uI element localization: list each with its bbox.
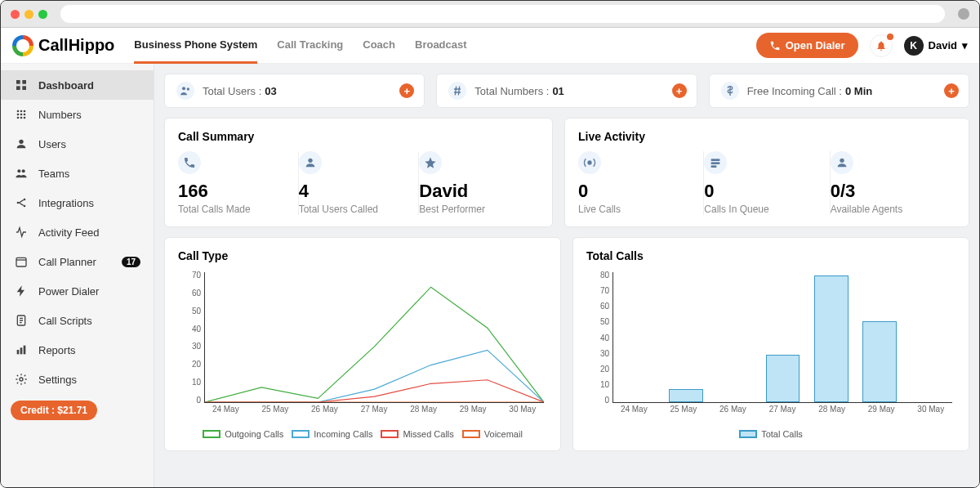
svg-rect-3 — [22, 86, 26, 90]
svg-rect-23 — [24, 346, 26, 355]
sidebar-item-label: Teams — [38, 168, 69, 180]
svg-point-25 — [182, 87, 185, 90]
legend-label: Missed Calls — [403, 429, 453, 439]
sidebar-item-numbers[interactable]: Numbers — [1, 100, 154, 129]
stat-card: Free Incoming Call :0 Min+ — [709, 74, 969, 108]
activity-icon — [14, 225, 29, 240]
hash-icon — [448, 82, 466, 100]
summary-col: DavidBest Performer — [419, 151, 539, 215]
sidebar-item-teams[interactable]: Teams — [1, 159, 154, 188]
legend-item[interactable]: Voicemail — [462, 429, 523, 439]
notifications-button[interactable] — [870, 34, 893, 57]
user-icon — [14, 137, 29, 151]
legend-item[interactable]: Total Calls — [739, 429, 803, 439]
stat-label: Total Users : — [203, 85, 261, 97]
summary-col: 0/3Available Agents — [831, 151, 956, 215]
sidebar-item-label: Numbers — [38, 109, 82, 121]
legend-item[interactable]: Outgoing Calls — [203, 429, 283, 439]
panel-title: Call Type — [178, 249, 547, 262]
svg-point-15 — [22, 169, 25, 172]
summary-value: 0/3 — [831, 181, 947, 202]
legend-item[interactable]: Missed Calls — [381, 429, 453, 439]
summary-col: 166Total Calls Made — [178, 151, 299, 215]
chevron-down-icon: ▾ — [962, 39, 968, 51]
stat-value: 0 Min — [845, 85, 872, 97]
bar[interactable] — [669, 389, 702, 402]
svg-point-17 — [24, 199, 26, 201]
bar[interactable] — [862, 321, 896, 402]
nav-right: Open Dialer K David ▾ — [756, 33, 968, 58]
bar[interactable] — [814, 275, 848, 402]
svg-point-27 — [308, 159, 312, 163]
bar-slot — [759, 272, 807, 402]
tab-call-tracking[interactable]: Call Tracking — [277, 28, 343, 64]
integrations-icon — [14, 195, 29, 210]
open-dialer-label: Open Dialer — [786, 39, 845, 51]
agent-icon — [831, 151, 853, 174]
brand-icon — [12, 35, 33, 56]
sidebar-item-call-planner[interactable]: Call Planner17 — [1, 247, 154, 276]
gear-icon — [14, 372, 29, 387]
svg-rect-31 — [711, 165, 717, 168]
sidebar-badge: 17 — [122, 257, 140, 267]
sidebar-item-label: Reports — [38, 344, 76, 356]
dollar-icon — [721, 82, 739, 100]
sidebar-item-call-scripts[interactable]: Call Scripts — [1, 306, 154, 335]
tab-broadcast[interactable]: Broadcast — [415, 28, 467, 64]
main-content: Total Users :03+Total Numbers :01+Free I… — [154, 64, 979, 488]
sidebar-item-settings[interactable]: Settings — [1, 365, 154, 394]
open-dialer-button[interactable]: Open Dialer — [756, 33, 858, 58]
sidebar-item-label: Activity Feed — [38, 226, 99, 239]
svg-point-8 — [20, 114, 23, 116]
bar-slot — [662, 272, 710, 402]
bar-slot — [613, 272, 662, 402]
add-button[interactable]: + — [944, 83, 959, 98]
legend-item[interactable]: Incoming Calls — [292, 429, 372, 439]
summary-col: 4Total Users Called — [299, 151, 420, 215]
queue-icon — [704, 151, 727, 174]
avatar: K — [904, 36, 924, 56]
url-bar[interactable] — [60, 5, 945, 23]
sidebar-item-activity-feed[interactable]: Activity Feed — [1, 217, 154, 247]
bar[interactable] — [766, 355, 800, 402]
summary-label: Total Users Called — [299, 204, 411, 215]
summary-value: 0 — [704, 181, 821, 202]
report-icon — [14, 342, 29, 357]
svg-point-10 — [17, 117, 20, 119]
svg-point-4 — [17, 110, 20, 113]
brand-logo[interactable]: CallHippo — [12, 35, 114, 56]
sidebar-item-label: Power Dialer — [38, 285, 99, 298]
dashboard-icon — [14, 78, 29, 92]
phone-icon — [178, 151, 201, 174]
bell-icon — [875, 40, 887, 51]
window-max-dot[interactable] — [38, 10, 47, 19]
star-icon — [419, 151, 442, 174]
svg-point-11 — [20, 117, 23, 119]
sidebar-item-reports[interactable]: Reports — [1, 335, 154, 365]
tab-business-phone[interactable]: Business Phone System — [134, 28, 257, 64]
add-button[interactable]: + — [672, 83, 687, 98]
sidebar-item-label: Call Planner — [38, 256, 96, 268]
user-menu[interactable]: K David ▾ — [904, 36, 968, 56]
tab-coach[interactable]: Coach — [363, 28, 395, 64]
sidebar-item-dashboard[interactable]: Dashboard — [1, 70, 154, 100]
sidebar-item-users[interactable]: Users — [1, 129, 154, 159]
svg-point-12 — [24, 117, 26, 119]
bar-slot — [710, 272, 759, 402]
stat-value: 01 — [552, 85, 564, 97]
sidebar-item-integrations[interactable]: Integrations — [1, 188, 154, 217]
sidebar-item-label: Integrations — [38, 197, 94, 209]
sidebar-item-label: Call Scripts — [38, 315, 92, 327]
window-close-dot[interactable] — [11, 10, 20, 19]
sidebar-item-power-dialer[interactable]: Power Dialer — [1, 276, 154, 306]
summary-value: David — [419, 181, 531, 202]
top-nav: CallHippo Business Phone System Call Tra… — [1, 28, 979, 64]
add-button[interactable]: + — [399, 83, 414, 98]
credit-pill[interactable]: Credit : $21.71 — [11, 401, 97, 420]
profile-dot[interactable] — [958, 8, 969, 20]
svg-rect-22 — [20, 347, 23, 354]
script-icon — [14, 313, 29, 328]
window-min-dot[interactable] — [24, 10, 33, 19]
svg-point-5 — [20, 110, 23, 113]
svg-point-32 — [840, 159, 844, 163]
